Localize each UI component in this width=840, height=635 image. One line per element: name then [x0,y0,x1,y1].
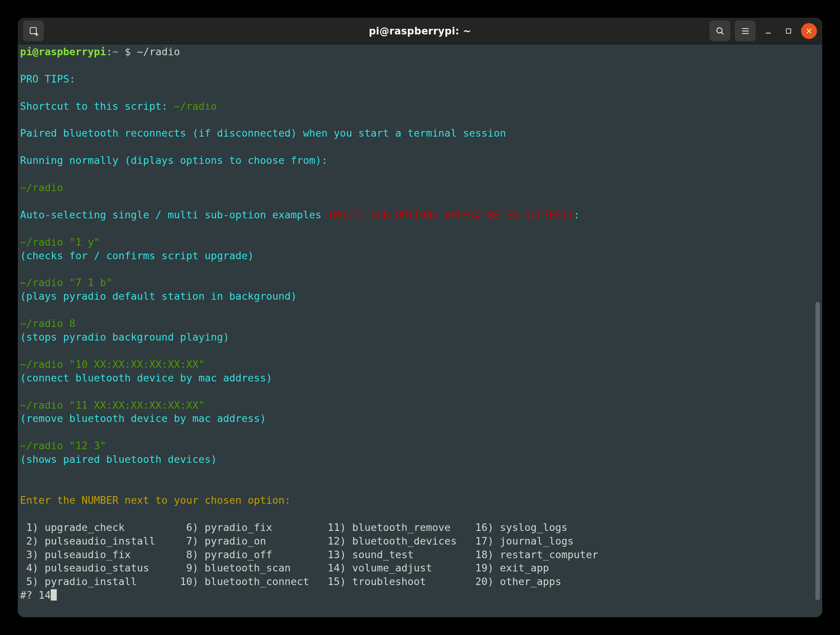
auto-select-warning: (MULTI SUB-OPTIONS #MUST# BE IN QUOTES!) [328,209,574,221]
terminal-window: pi@raspberrypi: ~ [18,18,822,617]
auto-select-colon: : [574,209,579,221]
example-2-note: (plays pyradio default station in backgr… [20,290,297,302]
prompt-command: ~/radio [137,46,180,57]
titlebar: pi@raspberrypi: ~ [18,18,822,44]
scrollbar[interactable] [814,44,821,617]
close-button[interactable] [801,23,817,39]
example-3-note: (stops pyradio background playing) [20,331,229,343]
example-4-note: (connect bluetooth device by mac address… [20,372,272,384]
example-3-cmd: ~/radio 8 [20,318,75,329]
cursor-block-icon [51,589,57,600]
auto-select-label: Auto-selecting single / multi sub-option… [20,209,328,221]
example-5-cmd: ~/radio "11 XX:XX:XX:XX:XX:XX" [20,399,205,411]
example-1-note: (checks for / confirms script upgrade) [20,250,254,262]
new-tab-button[interactable] [23,21,44,41]
search-button[interactable] [709,21,730,41]
terminal-output[interactable]: pi@raspberrypi:~ $ ~/radio PRO TIPS: Sho… [18,44,822,617]
prompt-user: pi@raspberrypi [20,46,106,57]
bt-reconnect-note: Paired bluetooth reconnects (if disconne… [20,127,506,139]
example-1-cmd: ~/radio "1 y" [20,236,100,248]
input-label: #? [20,589,39,601]
minimize-button[interactable] [760,23,776,39]
menu-row-1: 1) upgrade_check 6) pyradio_fix 11) blue… [20,521,568,533]
svg-rect-9 [786,29,791,33]
svg-line-4 [721,32,723,35]
running-cmd: ~/radio [20,182,63,193]
prompt-path: ~ [112,46,118,57]
prompt-sep: : [106,46,112,57]
prompt-sigil: $ [125,46,131,57]
menu-prompt: Enter the NUMBER next to your chosen opt… [20,494,291,506]
svg-rect-0 [30,27,36,33]
scrollbar-thumb[interactable] [815,302,820,600]
example-2-cmd: ~/radio "7 1 b" [20,276,112,288]
menu-row-5: 5) pyradio_install 10) bluetooth_connect… [20,576,561,587]
menu-row-4: 4) pulseaudio_status 9) bluetooth_scan 1… [20,562,549,574]
pro-tips-header: PRO TIPS: [20,73,75,85]
example-5-note: (remove bluetooth device by mac address) [20,412,266,424]
maximize-button[interactable] [781,23,796,39]
shortcut-label: Shortcut to this script: [20,100,174,112]
shortcut-cmd: ~/radio [174,100,217,112]
example-4-cmd: ~/radio "10 XX:XX:XX:XX:XX:XX" [20,359,205,370]
running-normally-label: Running normally (diplays options to cho… [20,155,328,166]
window-title: pi@raspberrypi: ~ [18,25,822,37]
svg-point-3 [717,28,722,33]
input-value[interactable]: 14 [39,589,51,601]
hamburger-menu-button[interactable] [735,21,756,41]
example-6-cmd: ~/radio "12 3" [20,440,106,452]
menu-row-3: 3) pulseaudio_fix 8) pyradio_off 13) sou… [20,549,598,561]
example-6-note: (shows paired bluetooth devices) [20,453,217,465]
menu-row-2: 2) pulseaudio_install 7) pyradio_on 12) … [20,535,574,547]
